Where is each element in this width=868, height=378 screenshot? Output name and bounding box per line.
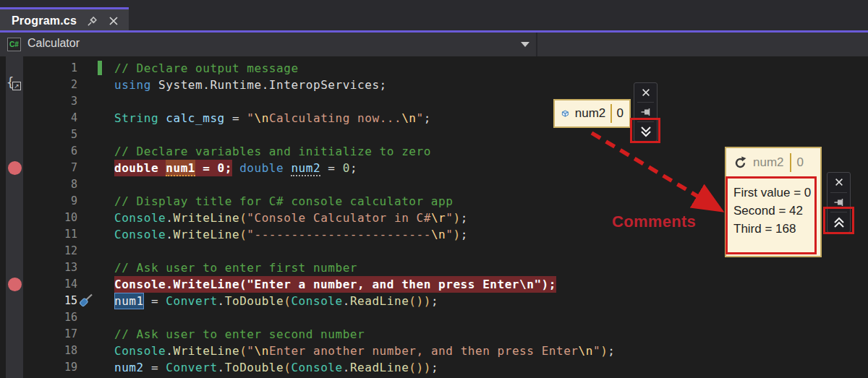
close-datatip-button[interactable] xyxy=(634,83,657,102)
code-line-4[interactable]: 4String calc_msg = "\nCalculating now...… xyxy=(0,110,868,126)
code-token: = xyxy=(320,160,343,176)
code-token: () xyxy=(409,293,423,309)
usings-brace-icon[interactable]: {↗ xyxy=(7,75,24,94)
code-token: () xyxy=(409,359,423,376)
code-token: \r xyxy=(431,210,446,226)
code-text: num1 = Convert.ToDouble(Console.ReadLine… xyxy=(114,293,438,309)
code-token: ) xyxy=(453,210,460,226)
code-token: \n xyxy=(579,343,593,359)
code-line-2[interactable]: 2{↗using System.Runtime.InteropServices; xyxy=(0,77,868,93)
code-line-1[interactable]: 1// Declare output message xyxy=(0,60,868,77)
line-number: 9 xyxy=(33,193,77,210)
code-token: ; xyxy=(431,359,438,376)
line-number: 10 xyxy=(33,210,77,226)
code-token: Console xyxy=(114,210,166,226)
code-token xyxy=(284,160,291,176)
line-number: 5 xyxy=(33,126,77,143)
pin-tab-icon[interactable] xyxy=(85,14,98,27)
code-token: WriteLine xyxy=(173,210,239,226)
line-number: 15 xyxy=(33,293,77,309)
line-number: 7 xyxy=(33,160,77,176)
expanded-datatip-header: num2 0 xyxy=(726,148,820,177)
line-number: 11 xyxy=(33,226,77,243)
line-number: 3 xyxy=(33,93,77,110)
code-token: . xyxy=(166,226,173,243)
code-text: String calc_msg = "\nCalculating now...\… xyxy=(114,110,431,126)
line-number: 14 xyxy=(33,276,77,293)
breakpoint-icon[interactable] xyxy=(8,161,22,175)
code-token: "Console Calculator in C# xyxy=(247,210,431,226)
code-token: ) xyxy=(600,343,608,359)
pinned-datatip[interactable]: num2 0 xyxy=(553,99,631,128)
field-cube-icon xyxy=(561,108,570,120)
code-token: Console xyxy=(114,226,166,243)
code-token: double xyxy=(114,160,166,176)
chevron-down-icon[interactable] xyxy=(521,42,529,47)
code-text: Console.WriteLine("Console Calculator in… xyxy=(114,210,468,226)
annotation-box-collapse-button xyxy=(823,207,854,234)
code-text: // Display title for C# console calculat… xyxy=(114,193,453,210)
code-text: num2 = Convert.ToDouble(Console.ReadLine… xyxy=(114,359,438,376)
code-text: Console.WriteLine("\nEnter another numbe… xyxy=(114,343,616,359)
code-line-16[interactable]: 16 xyxy=(0,309,868,326)
code-token: " xyxy=(247,343,254,359)
code-token xyxy=(232,160,239,176)
datatip-divider xyxy=(610,104,611,123)
code-line-5[interactable]: 5 xyxy=(0,126,868,143)
code-token: using xyxy=(114,77,151,93)
code-text: double num1 = 0; double num2 = 0; xyxy=(114,160,357,176)
code-line-14[interactable]: 14Console.WriteLine("Enter a number, and… xyxy=(0,276,868,293)
code-line-13[interactable]: 13// Ask user to enter first number xyxy=(0,259,868,276)
code-token: WriteLine xyxy=(173,226,239,243)
project-dropdown[interactable]: C# Calculator xyxy=(0,33,536,56)
tab-program-cs[interactable]: Program.cs xyxy=(0,7,129,33)
code-token: num2 xyxy=(114,359,144,376)
code-token: . xyxy=(166,343,173,359)
breakpoint-icon[interactable] xyxy=(8,278,22,291)
code-token: String xyxy=(114,110,158,126)
code-token: \n xyxy=(255,343,269,359)
code-line-3[interactable]: 3 xyxy=(0,93,868,110)
close-tab-icon[interactable] xyxy=(107,14,120,27)
code-line-15[interactable]: 15num1 = Convert.ToDouble(Console.ReadLi… xyxy=(0,293,868,309)
code-token: ) xyxy=(453,226,460,243)
code-token: ; xyxy=(431,293,438,309)
code-token: ; xyxy=(608,343,615,359)
pinned-tip-margin-icon[interactable] xyxy=(77,293,93,309)
code-token: ( xyxy=(239,210,247,226)
close-datatip-button[interactable] xyxy=(827,173,850,192)
code-token: = 0; xyxy=(195,160,232,176)
code-token: " xyxy=(446,226,453,243)
tab-strip: Program.cs xyxy=(0,0,868,30)
code-token: ReadLine xyxy=(350,293,409,309)
code-token: // Declare variables and initialize to z… xyxy=(114,143,431,160)
code-token: = xyxy=(144,293,166,309)
code-token: . xyxy=(166,210,173,226)
code-line-19[interactable]: 19num2 = Convert.ToDouble(Console.ReadLi… xyxy=(0,359,868,376)
code-token: ; xyxy=(461,210,468,226)
code-token: num1 xyxy=(114,293,144,309)
code-text: // Ask user to enter first number xyxy=(114,259,357,276)
code-line-17[interactable]: 17// Ask user to enter second number xyxy=(0,326,868,343)
code-token: \n xyxy=(431,226,446,243)
code-token: Console xyxy=(114,343,166,359)
code-line-18[interactable]: 18Console.WriteLine("\nEnter another num… xyxy=(0,343,868,359)
change-tracking-bar xyxy=(98,61,102,75)
line-number: 12 xyxy=(33,243,77,259)
code-token: num1 xyxy=(166,160,195,176)
code-token: // Display title for C# console calculat… xyxy=(114,193,453,210)
code-token: Convert xyxy=(166,293,217,309)
code-token: System.Runtime.InteropServices; xyxy=(151,77,387,93)
line-number: 6 xyxy=(33,143,77,160)
line-number: 1 xyxy=(33,60,77,77)
code-token: ToDouble xyxy=(225,359,284,376)
navigation-bar: C# Calculator xyxy=(0,33,868,56)
code-token: ReadLine xyxy=(350,359,409,376)
line-number: 16 xyxy=(33,309,77,326)
code-token: \n xyxy=(401,110,416,126)
line-number: 8 xyxy=(33,176,77,193)
code-token: " xyxy=(446,210,453,226)
refresh-icon[interactable] xyxy=(733,156,747,170)
code-token: 0 xyxy=(343,160,350,176)
code-token: Console xyxy=(291,359,342,376)
